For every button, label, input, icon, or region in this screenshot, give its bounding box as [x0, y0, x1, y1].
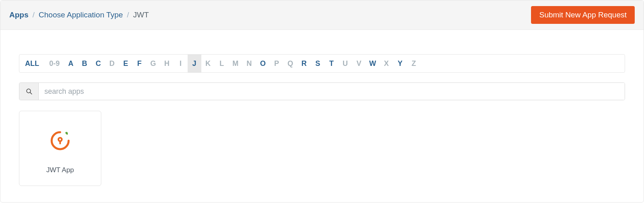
breadcrumb-separator: /	[127, 11, 129, 19]
alpha-tab-d: D	[105, 54, 119, 73]
alpha-tab-s[interactable]: S	[311, 54, 325, 73]
alpha-tab-0-9: 0-9	[45, 54, 64, 73]
alpha-tab-n: N	[243, 54, 256, 73]
alpha-tab-e[interactable]: E	[119, 54, 133, 73]
alpha-tab-k: K	[201, 54, 215, 73]
search-input[interactable]	[39, 83, 625, 100]
alpha-tab-g: G	[146, 54, 160, 73]
submit-new-app-request-button[interactable]: Submit New App Request	[531, 6, 635, 24]
alpha-tab-b[interactable]: B	[78, 54, 92, 73]
alpha-tab-c[interactable]: C	[92, 54, 105, 73]
alpha-tab-all[interactable]: ALL	[19, 54, 45, 73]
svg-rect-3	[59, 140, 61, 144]
alpha-tab-h: H	[160, 54, 174, 73]
alpha-tab-j[interactable]: J	[188, 54, 201, 73]
app-cards-grid: JWT App	[19, 111, 625, 186]
alpha-tab-a[interactable]: A	[64, 54, 78, 73]
search-icon	[19, 83, 39, 100]
alpha-tab-m: M	[229, 54, 243, 73]
alpha-tab-o[interactable]: O	[256, 54, 270, 73]
alpha-tab-q: Q	[284, 54, 297, 73]
breadcrumb: Apps / Choose Application Type / JWT	[9, 11, 149, 19]
app-card[interactable]: JWT App	[19, 111, 101, 186]
alpha-tab-w[interactable]: W	[366, 54, 380, 73]
alpha-tab-u: U	[339, 54, 352, 73]
breadcrumb-current: JWT	[133, 11, 149, 19]
alpha-tab-v: V	[352, 54, 366, 73]
alpha-tab-f[interactable]: F	[133, 54, 146, 73]
content-area: ALL 0-9ABCDEFGHIJKLMNOPQRSTUVWXYZ JWT Ap…	[0, 30, 644, 202]
app-logo-icon	[49, 122, 71, 159]
alpha-tab-p: P	[270, 54, 284, 73]
breadcrumb-choose-type[interactable]: Choose Application Type	[39, 11, 123, 19]
alpha-tab-i: I	[174, 54, 188, 73]
svg-line-1	[30, 93, 31, 94]
breadcrumb-separator: /	[33, 11, 35, 19]
search-row	[19, 82, 625, 100]
breadcrumb-apps[interactable]: Apps	[9, 11, 29, 19]
alpha-tab-r[interactable]: R	[297, 54, 311, 73]
page-container: Apps / Choose Application Type / JWT Sub…	[0, 0, 644, 203]
alpha-tab-t[interactable]: T	[325, 54, 339, 73]
alpha-tab-l: L	[215, 54, 229, 73]
header-bar: Apps / Choose Application Type / JWT Sub…	[0, 0, 644, 30]
app-card-label: JWT App	[46, 166, 74, 174]
alpha-tab-z: Z	[407, 54, 421, 73]
alpha-tab-x: X	[380, 54, 393, 73]
alphabet-filter-bar: ALL 0-9ABCDEFGHIJKLMNOPQRSTUVWXYZ	[19, 54, 625, 73]
alpha-tab-y[interactable]: Y	[393, 54, 407, 73]
